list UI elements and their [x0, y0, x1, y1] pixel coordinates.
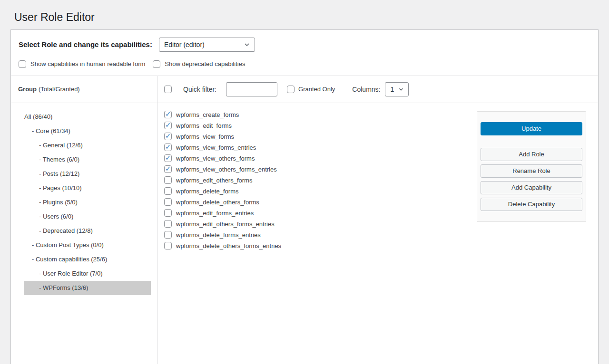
capability-row[interactable]: wpforms_delete_forms — [164, 186, 477, 197]
capability-name: wpforms_delete_forms_entries — [176, 231, 261, 239]
capability-row[interactable]: wpforms_view_others_forms — [164, 153, 477, 164]
group-tree-item-label: - General (12/6) — [39, 142, 83, 149]
quick-filter-input[interactable] — [226, 82, 277, 96]
group-tree-item[interactable]: - Users (6/0) — [24, 210, 151, 224]
group-tree-item[interactable]: - Pages (10/10) — [24, 181, 151, 195]
capability-name: wpforms_view_forms — [176, 133, 234, 140]
group-tree-item[interactable]: - Custom capabilities (25/6) — [24, 252, 151, 267]
granted-only-label: Granted Only — [298, 86, 335, 93]
capability-row[interactable]: wpforms_view_forms — [164, 131, 477, 142]
capability-row[interactable]: wpforms_edit_others_forms_entries — [164, 219, 477, 230]
capability-row[interactable]: wpforms_delete_others_forms — [164, 197, 477, 208]
role-selector-label: Select Role and change its capabilities: — [19, 40, 152, 48]
show-human-readable-checkbox[interactable] — [19, 60, 26, 68]
capability-checkbox[interactable] — [164, 133, 172, 140]
role-selector-row: Select Role and change its capabilities:… — [11, 30, 598, 54]
update-button[interactable]: Update — [481, 122, 582, 135]
capability-checkbox[interactable] — [164, 111, 172, 118]
capability-name: wpforms_delete_forms — [176, 188, 239, 195]
capability-row[interactable]: wpforms_view_forms_entries — [164, 142, 477, 153]
group-tree-item-label: - Custom capabilities (25/6) — [32, 256, 107, 263]
group-tree-item-label: - Pages (10/10) — [39, 184, 82, 192]
capability-name: wpforms_edit_forms — [176, 122, 232, 129]
chevron-down-icon — [398, 86, 404, 93]
group-tree-item[interactable]: - Posts (12/12) — [24, 167, 151, 181]
capability-row[interactable]: wpforms_view_others_forms_entries — [164, 164, 477, 175]
group-tree-item-label: - Deprecated (12/8) — [39, 227, 93, 234]
role-select-value: Editor (editor) — [164, 41, 205, 48]
capability-name: wpforms_edit_others_forms_entries — [176, 220, 275, 228]
select-all-checkbox[interactable] — [164, 86, 172, 93]
capability-checkbox[interactable] — [164, 187, 172, 195]
content-area: All (86/40)- Core (61/34)- General (12/6… — [11, 103, 598, 364]
capability-checkbox[interactable] — [164, 231, 172, 239]
group-tree-item[interactable]: - User Role Editor (7/0) — [24, 267, 151, 281]
capability-name: wpforms_delete_others_forms — [176, 199, 259, 206]
show-deprecated-checkbox[interactable] — [153, 60, 160, 68]
capability-row[interactable]: wpforms_create_forms — [164, 109, 477, 120]
group-tree-item-label: - WPForms (13/6) — [39, 284, 88, 291]
quick-filter-label: Quick filter: — [183, 86, 216, 93]
capability-list: wpforms_create_formswpforms_edit_formswp… — [157, 103, 477, 364]
capability-checkbox[interactable] — [164, 176, 172, 184]
capability-name: wpforms_view_forms_entries — [176, 144, 256, 151]
group-tree-item[interactable]: - Core (61/34) — [24, 124, 151, 138]
group-tree-item[interactable]: - Plugins (5/0) — [24, 195, 151, 210]
capability-row[interactable]: wpforms_edit_forms — [164, 120, 477, 131]
filter-bar: Group (Total/Granted) Quick filter: Gran… — [11, 76, 598, 103]
columns-select-value: 1 — [390, 86, 394, 93]
capability-checkbox[interactable] — [164, 242, 172, 249]
show-deprecated-option[interactable]: Show deprecated capabilities — [153, 60, 245, 68]
granted-only-checkbox[interactable] — [287, 86, 295, 93]
group-tree: All (86/40)- Core (61/34)- General (12/6… — [11, 103, 157, 364]
group-tree-item-label: - Themes (6/0) — [39, 156, 79, 163]
group-header-suffix: (Total/Granted) — [39, 86, 80, 93]
group-tree-item-label: All (86/40) — [24, 113, 52, 120]
add-capability-button[interactable]: Add Capability — [481, 181, 582, 194]
capability-row[interactable]: wpforms_delete_forms_entries — [164, 230, 477, 240]
capability-checkbox[interactable] — [164, 165, 172, 173]
capability-row[interactable]: wpforms_edit_forms_entries — [164, 208, 477, 219]
group-tree-item-label: - Posts (12/12) — [39, 170, 79, 177]
chevron-down-icon — [243, 41, 251, 48]
rename-role-button[interactable]: Rename Role — [481, 164, 582, 178]
view-options-row: Show capabilities in human readable form… — [11, 54, 598, 76]
group-tree-item-label: - Core (61/34) — [32, 127, 70, 134]
capability-row[interactable]: wpforms_edit_others_forms — [164, 175, 477, 186]
capability-checkbox[interactable] — [164, 209, 172, 217]
show-human-readable-option[interactable]: Show capabilities in human readable form — [19, 60, 145, 68]
capability-checkbox[interactable] — [164, 144, 172, 151]
group-tree-item[interactable]: All (86/40) — [24, 110, 151, 124]
capability-row[interactable]: wpforms_delete_others_forms_entries — [164, 240, 477, 251]
filter-controls: Quick filter: Granted Only Columns: 1 — [157, 76, 598, 103]
capability-checkbox[interactable] — [164, 154, 172, 162]
group-tree-item[interactable]: - WPForms (13/6) — [24, 281, 151, 295]
add-role-button[interactable]: Add Role — [481, 148, 582, 161]
page-title: User Role Editor — [0, 0, 609, 29]
group-tree-item[interactable]: - Deprecated (12/8) — [24, 224, 151, 238]
capability-name: wpforms_edit_others_forms — [176, 177, 252, 184]
capability-name: wpforms_view_others_forms_entries — [176, 166, 277, 173]
role-select[interactable]: Editor (editor) — [159, 38, 255, 52]
user-role-editor-panel: Select Role and change its capabilities:… — [10, 29, 599, 364]
group-tree-item[interactable]: - General (12/6) — [24, 138, 151, 153]
capability-checkbox[interactable] — [164, 220, 172, 228]
delete-capability-button[interactable]: Delete Capability — [481, 198, 582, 211]
capability-name: wpforms_view_others_forms — [176, 155, 255, 162]
group-tree-item[interactable]: - Themes (6/0) — [24, 153, 151, 167]
show-human-readable-label: Show capabilities in human readable form — [30, 60, 145, 67]
columns-select[interactable]: 1 — [385, 82, 409, 96]
group-header: Group (Total/Granted) — [11, 76, 157, 103]
capability-name: wpforms_edit_forms_entries — [176, 210, 254, 217]
capability-checkbox[interactable] — [164, 198, 172, 206]
capability-name: wpforms_delete_others_forms_entries — [176, 242, 281, 249]
group-tree-item-label: - User Role Editor (7/0) — [39, 270, 103, 277]
columns-label: Columns: — [352, 86, 380, 93]
capability-name: wpforms_create_forms — [176, 111, 239, 118]
group-tree-item-label: - Plugins (5/0) — [39, 199, 78, 206]
group-tree-item[interactable]: - Custom Post Types (0/0) — [24, 238, 151, 252]
capability-checkbox[interactable] — [164, 122, 172, 129]
group-tree-item-label: - Custom Post Types (0/0) — [32, 241, 104, 249]
actions-panel: Update Add Role Rename Role Add Capabili… — [477, 111, 586, 222]
show-deprecated-label: Show deprecated capabilities — [165, 60, 245, 67]
